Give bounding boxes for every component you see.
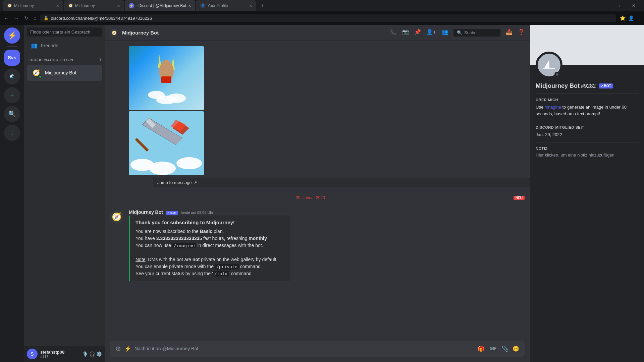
svg-point-7 [156, 96, 176, 104]
message-timestamp: heute um 09:09 Uhr [181, 210, 213, 215]
profile-panel: Midjourney Bot #9282 ✓BOT ÜBER MICH Use … [530, 25, 644, 362]
account-icon[interactable]: 👤 [628, 15, 634, 21]
message-text-field[interactable]: Nachricht an @Midjourney Bot [135, 346, 474, 351]
address-bar: ← → ↻ ⌂ 🔒 discord.com/channels/@me/10634… [0, 11, 644, 25]
server-svs-icon[interactable]: Svs [4, 50, 20, 66]
tab-midjourney1[interactable]: 🧭 Midjourney ✕ [3, 0, 63, 11]
member-since-section: DISCORD-MITGLIED SEIT Jan. 29, 2022 [536, 125, 639, 138]
embed-title: Thank you for subscribing to Midjourney! [136, 220, 284, 225]
chat-image-top [129, 46, 204, 110]
add-dm-button[interactable]: + [99, 57, 102, 63]
gif-icon[interactable]: GIF [488, 346, 498, 352]
close-button[interactable]: ✕ [626, 0, 641, 11]
about-me-title: ÜBER MICH [536, 98, 639, 102]
embed-line1: You are now subscribed to the Basic plan… [136, 228, 284, 235]
browser-toolbar-actions: ⭐ 👤 ⋮ [620, 15, 641, 21]
extensions-icon[interactable]: ⭐ [620, 15, 626, 21]
video-icon[interactable]: 📷 [402, 29, 409, 37]
chat-header-actions: 📞 📷 📌 👤+ 👥 🔍 Suche 📥 ❓ [390, 29, 525, 37]
home-button[interactable]: ⌂ [32, 14, 38, 22]
subscription-embed: Thank you for subscribing to Midjourney!… [129, 216, 290, 281]
add-content-button[interactable]: ⊕ [115, 345, 121, 353]
bot-message-avatar: 🧭 [110, 210, 123, 224]
bot-label-text: BOT [170, 211, 177, 215]
dm-item-midjourney-bot[interactable]: 🧭 Midjourney Bot [27, 65, 102, 81]
tab-midjourney2[interactable]: 🧭 Midjourney ✕ [64, 0, 124, 11]
tab-favicon2: 🧭 [68, 3, 73, 8]
message-input-area: ⊕ ⚡ Nachricht an @Midjourney Bot 🎁 GIF 📎… [105, 341, 530, 362]
emoji-icon[interactable]: 😊 [513, 346, 519, 352]
headphones-icon[interactable]: 🎧 [89, 351, 95, 357]
add-server-button[interactable]: + [4, 87, 20, 103]
search-icon: 🔍 [457, 30, 462, 35]
help-icon[interactable]: ❓ [518, 29, 525, 37]
add-friends-icon[interactable]: 👤+ [426, 29, 436, 37]
bot-avatar: 🧭 [31, 67, 42, 78]
message-group-embed: 🧭 Midjourney Bot ✓ BOT heute um 09:09 Uh… [105, 208, 530, 283]
jump-to-message-button[interactable]: Jump to message ↗ [153, 178, 530, 187]
tab-label3: · Discord | @Midjourney Bot [136, 3, 186, 8]
pin-icon[interactable]: 📌 [414, 29, 421, 37]
embed-line6: See your current status by using the '/i… [136, 270, 284, 277]
profile-bot-badge: ✓BOT [599, 83, 613, 88]
forward-button[interactable]: → [13, 14, 20, 22]
tab-label2: Midjourney [75, 3, 95, 8]
new-tab-button[interactable]: ＋ [257, 1, 268, 11]
tab-label4: Your Profile [207, 3, 228, 8]
friends-item[interactable]: 👥 Freunde [27, 40, 102, 51]
divider-line-right [328, 198, 511, 198]
svg-point-3 [162, 60, 171, 69]
maximize-button[interactable]: □ [610, 0, 626, 11]
reload-button[interactable]: ↻ [23, 14, 30, 22]
imagine-link[interactable]: /imagine [545, 105, 561, 110]
profile-status-indicator [554, 72, 560, 77]
tab-your-profile[interactable]: 👤 Your Profile ✕ [196, 0, 256, 11]
tab-close-icon[interactable]: ✕ [56, 4, 59, 8]
online-indicator [39, 75, 42, 78]
find-conversation-search[interactable]: Finde oder starte ein Gespräch [27, 27, 102, 37]
message-input-box: ⊕ ⚡ Nachricht an @Midjourney Bot 🎁 GIF 📎… [110, 341, 525, 357]
tab-discord-bot[interactable]: ⚡ · Discord | @Midjourney Bot ✕ [125, 0, 195, 11]
embed-line5: You can enable private mode with the /pr… [136, 263, 284, 270]
tab-close-icon4[interactable]: ✕ [249, 4, 252, 8]
server-icon-1[interactable]: 🌊 [4, 68, 20, 84]
lock-icon: 🔒 [44, 16, 49, 20]
user-info: stefanstp08 #117 [40, 350, 79, 359]
tab-favicon: 🧭 [7, 3, 12, 8]
inbox-icon[interactable]: 📥 [506, 29, 513, 37]
microphone-icon[interactable]: 🎙️ [82, 351, 88, 357]
minimize-button[interactable]: ─ [595, 0, 610, 11]
embed-body: You are now subscribed to the Basic plan… [136, 228, 284, 277]
note-input[interactable]: Hier klicken, um eine Notiz hinzuzufügen [536, 153, 639, 158]
sticker-icon[interactable]: 📎 [502, 346, 508, 352]
gift-icon[interactable]: 🎁 [478, 346, 484, 352]
download-icon[interactable]: ↓ [4, 125, 20, 141]
back-button[interactable]: ← [3, 14, 10, 22]
svg-rect-4 [161, 76, 171, 83]
discord-home-icon[interactable]: ⚡ [4, 27, 20, 44]
embed-spacer [136, 249, 284, 256]
user-controls: 🎙️ 🎧 ⚙️ [82, 351, 102, 357]
tab-close-icon3[interactable]: ✕ [188, 4, 191, 8]
settings-icon[interactable]: ⋮ [637, 15, 641, 21]
member-since-title: DISCORD-MITGLIED SEIT [536, 125, 639, 129]
tab-close-icon2[interactable]: ✕ [117, 4, 120, 8]
browser-chrome: 🧭 Midjourney ✕ 🧭 Midjourney ✕ ⚡ · Discor… [0, 0, 644, 25]
member-list-icon[interactable]: 👥 [441, 29, 448, 37]
message-author: Midjourney Bot [129, 209, 163, 215]
call-icon[interactable]: 📞 [390, 29, 397, 37]
message-body: Midjourney Bot ✓ BOT heute um 09:09 Uhr … [129, 209, 525, 281]
dm-section-title: DIREKTNACHRICHTEN [30, 58, 73, 62]
header-search[interactable]: 🔍 Suche [453, 29, 500, 37]
tab-favicon4: 👤 [200, 3, 205, 8]
about-me-section: ÜBER MICH Use /imagine to generate an im… [536, 98, 639, 117]
svg-point-10 [149, 162, 176, 175]
user-settings-icon[interactable]: ⚙️ [96, 351, 102, 357]
server-sidebar: ⚡ Svs 🌊 + 🔍 ↓ [0, 25, 24, 362]
new-messages-badge: NEU [514, 196, 525, 200]
url-field[interactable]: 🔒 discord.com/channels/@me/1063443749197… [40, 14, 616, 22]
image-group: Jump to message ↗ [129, 46, 530, 187]
user-avatar: S [27, 349, 38, 359]
explore-icon[interactable]: 🔍 [4, 106, 20, 122]
friends-icon: 👥 [31, 42, 38, 49]
